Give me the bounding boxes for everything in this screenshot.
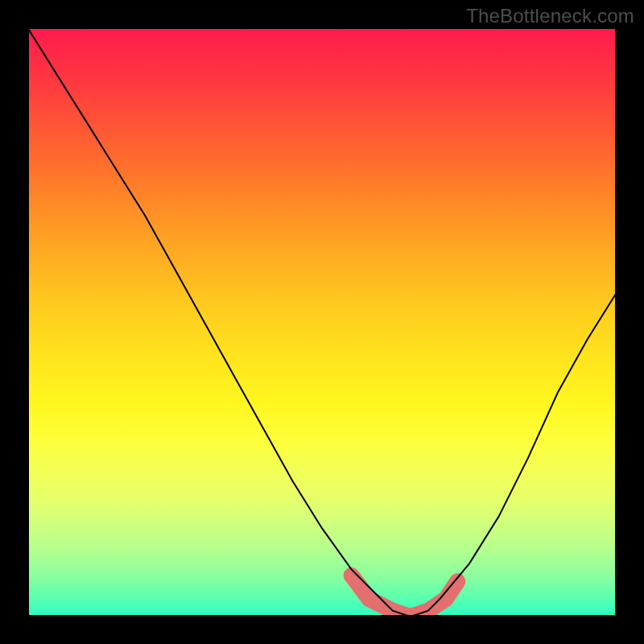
chart-frame: TheBottleneck.com: [0, 0, 644, 644]
plot-svg: [27, 27, 617, 617]
watermark-text: TheBottleneck.com: [466, 5, 634, 27]
curve-line: [27, 27, 617, 617]
plot-gradient-area: [27, 27, 617, 617]
